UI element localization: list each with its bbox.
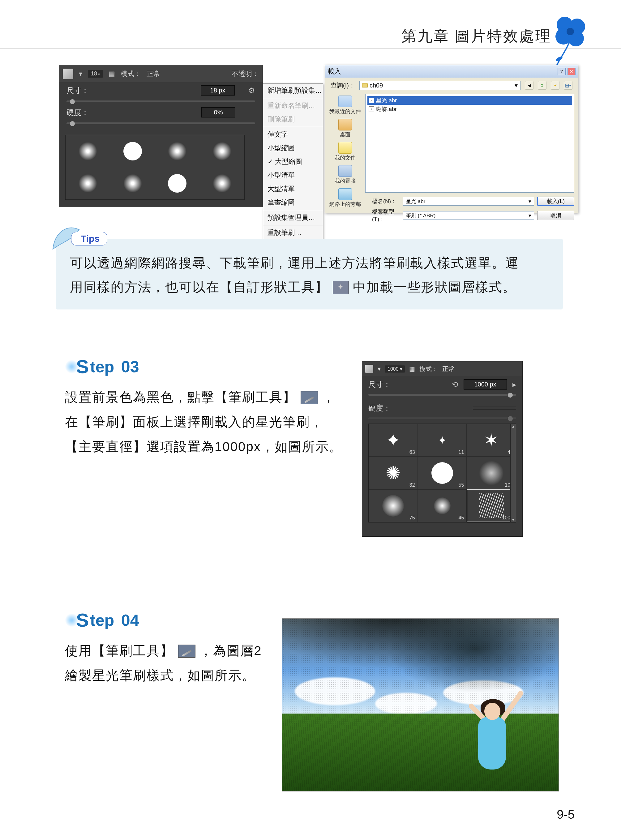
tips-callout: Tips 可以透過網際網路搜尋、下載筆刷，運用上述方法將筆刷載入樣式選單。運 用… xyxy=(56,232,563,309)
menu-rename-brush: 重新命名筆刷… xyxy=(263,99,323,112)
brush-tool-icon[interactable] xyxy=(63,69,73,79)
place-recent[interactable]: 我最近的文件 xyxy=(329,95,361,115)
cancel-button[interactable]: 取消 xyxy=(537,211,574,220)
woman-figure xyxy=(453,670,534,769)
open-button[interactable]: 載入(L) xyxy=(537,197,574,206)
lookin-value: ch09 xyxy=(370,82,383,89)
menu-delete-brush: 刪除筆刷 xyxy=(263,112,323,126)
chevron-down-icon: ▾ xyxy=(529,212,531,219)
places-sidebar: 我最近的文件 桌面 我的文件 我的電腦 網路上的芳鄰 xyxy=(325,93,365,194)
brush-settings-icon[interactable]: ▦ xyxy=(109,70,115,78)
size-label: 尺寸： xyxy=(368,380,391,389)
step-heading: Step 04 xyxy=(65,609,272,631)
menu-new-preset[interactable]: 新增筆刷預設集… xyxy=(263,84,323,97)
brush-options-toolbar: ▾ 18 ▦ 模式： 正常 不透明： xyxy=(59,65,262,82)
place-network[interactable]: 網路上的芳鄰 xyxy=(329,188,361,208)
size-input[interactable]: 1000 px xyxy=(463,379,507,389)
brush-panel-1000: ▾ 1000 ▾ ▦ 模式： 正常 尺寸： ⟲ 1000 px ▸ 硬度： ✦6… xyxy=(362,361,523,537)
opacity-label: 不透明： xyxy=(232,69,259,79)
chevron-down-icon: ▾ xyxy=(529,198,531,205)
brush-options-panel: ▾ 18 ▦ 模式： 正常 不透明： 尺寸： 18 px ⚙ 硬度： 0% xyxy=(59,65,263,207)
menu-small-list[interactable]: 小型清單 xyxy=(263,168,323,182)
mode-label: 模式： xyxy=(121,69,141,79)
filetype-combo[interactable]: 筆刷 (*.ABR)▾ xyxy=(403,211,534,220)
brush-thumbnail-grid[interactable]: ✦63 ✦11 ✶48 ✺32 55 100 75 45 1000 xyxy=(368,424,516,522)
brush-tool-icon xyxy=(301,391,318,404)
reset-size-icon[interactable]: ⟲ xyxy=(452,380,458,389)
step-03: Step 03 設置前景色為黑色，點擊【筆刷工具】 ，在【筆刷】面板上選擇剛載入… xyxy=(65,356,343,459)
close-button[interactable]: ✕ xyxy=(568,68,576,75)
filename-combo[interactable]: 星光.abr▾ xyxy=(403,197,534,206)
brush-tool-icon[interactable] xyxy=(365,365,373,373)
help-button[interactable]: ? xyxy=(557,68,566,75)
menu-text-only[interactable]: 僅文字 xyxy=(263,128,323,141)
file-icon: A xyxy=(369,106,374,112)
step-04-text: 使用【筆刷工具】 ，為圖層2繪製星光筆刷樣式，如圖所示。 xyxy=(65,639,272,688)
svg-point-4 xyxy=(566,28,574,35)
chevron-down-icon[interactable]: ▾ xyxy=(378,365,381,372)
up-button[interactable]: ↥ xyxy=(538,81,547,90)
place-desktop[interactable]: 桌面 xyxy=(338,119,352,138)
filename-label: 檔名(N)： xyxy=(372,198,400,205)
load-brush-dialog: 載入 ? ✕ 查詢(I)： ch09 ▾ ◀ ↥ ✶ ▤▾ 我最近的文件 桌面 … xyxy=(325,65,578,213)
size-slider[interactable] xyxy=(67,100,255,102)
back-button[interactable]: ◀ xyxy=(525,81,533,90)
size-label: 尺寸： xyxy=(67,86,89,95)
scrollbar[interactable] xyxy=(510,424,516,522)
dialog-titlebar: 載入 ? ✕ xyxy=(325,65,578,77)
hardness-slider[interactable] xyxy=(368,418,516,419)
step-04: Step 04 使用【筆刷工具】 ，為圖層2繪製星光筆刷樣式，如圖所示。 xyxy=(65,609,272,688)
place-documents[interactable]: 我的文件 xyxy=(335,142,356,161)
flyout-icon[interactable]: ▸ xyxy=(512,380,516,389)
menu-stroke-thumb[interactable]: 筆畫縮圖 xyxy=(263,196,323,209)
new-folder-button[interactable]: ✶ xyxy=(551,81,559,90)
view-menu-button[interactable]: ▤▾ xyxy=(564,81,573,90)
tips-badge: Tips xyxy=(71,232,107,245)
step-letter-s: S xyxy=(76,609,89,631)
folder-icon xyxy=(362,83,368,88)
file-item: A蝴蝶.abr xyxy=(367,105,572,114)
header-divider xyxy=(0,48,621,48)
page-number: 9-5 xyxy=(557,808,575,822)
figure-brush-load: ▾ 18 ▦ 模式： 正常 不透明： 尺寸： 18 px ⚙ 硬度： 0% xyxy=(59,65,578,213)
mode-value[interactable]: 正常 xyxy=(147,69,160,79)
lookin-combo[interactable]: ch09 ▾ xyxy=(359,81,521,90)
step-03-text: 設置前景色為黑色，點擊【筆刷工具】 ，在【筆刷】面板上選擇剛載入的星光筆刷，【主… xyxy=(65,385,343,459)
step-heading: Step 03 xyxy=(65,356,343,377)
menu-preset-manager[interactable]: 預設集管理員… xyxy=(263,211,323,224)
place-computer[interactable]: 我的電腦 xyxy=(335,165,356,185)
mode-label: 模式： xyxy=(420,365,438,373)
clover-decoration xyxy=(547,12,590,71)
hardness-label: 硬度： xyxy=(368,403,391,413)
file-list[interactable]: A星光.abr A蝴蝶.abr xyxy=(365,94,574,192)
file-icon: A xyxy=(369,98,374,103)
chevron-down-icon: ▾ xyxy=(515,82,518,89)
chapter-title: 第九章 圖片特效處理 xyxy=(401,26,551,46)
gear-icon[interactable]: ⚙ xyxy=(248,86,255,95)
hardness-slider[interactable] xyxy=(67,123,255,124)
lookin-label: 查詢(I)： xyxy=(330,81,355,90)
menu-small-thumb[interactable]: 小型縮圖 xyxy=(263,141,323,155)
step-letter-s: S xyxy=(76,356,89,377)
brush-panel-toolbar: ▾ 1000 ▾ ▦ 模式： 正常 xyxy=(362,362,523,376)
file-item: A星光.abr xyxy=(367,96,572,105)
brush-size-chip[interactable]: 18 xyxy=(88,70,103,77)
menu-large-thumb[interactable]: 大型縮圖 xyxy=(263,155,323,168)
brush-tool-icon xyxy=(178,645,195,658)
custom-shape-tool-icon xyxy=(333,281,349,294)
menu-large-list[interactable]: 大型清單 xyxy=(263,182,323,196)
hardness-label: 硬度： xyxy=(67,107,89,118)
dialog-title: 載入 xyxy=(327,67,341,76)
mode-value[interactable]: 正常 xyxy=(442,365,454,373)
brush-thumbnail-grid[interactable] xyxy=(65,135,245,200)
hardness-input[interactable]: 0% xyxy=(201,107,235,118)
size-input[interactable]: 18 px xyxy=(201,85,235,95)
brush-settings-icon[interactable]: ▦ xyxy=(409,365,415,372)
filetype-label: 檔案類型(T)： xyxy=(372,208,400,223)
size-slider[interactable] xyxy=(368,394,516,396)
chevron-down-icon[interactable]: ▾ xyxy=(79,70,82,78)
tips-text: 可以透過網際網路搜尋、下載筆刷，運用上述方法將筆刷載入樣式選單。運 用同樣的方法… xyxy=(56,239,563,309)
step-04-result-image xyxy=(282,618,559,792)
brush-size-chip[interactable]: 1000 ▾ xyxy=(385,365,405,372)
hardness-input[interactable] xyxy=(473,407,516,410)
